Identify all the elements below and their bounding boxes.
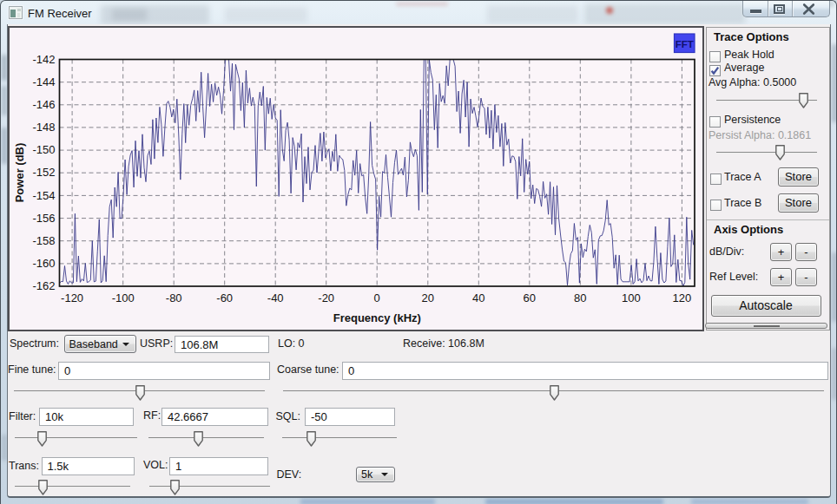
svg-text:-156: -156: [32, 212, 55, 225]
svg-text:-152: -152: [32, 166, 55, 179]
svg-text:-162: -162: [32, 279, 55, 292]
svg-text:-160: -160: [32, 257, 55, 270]
svg-text:-100: -100: [112, 291, 135, 304]
svg-text:-158: -158: [32, 234, 55, 247]
svg-text:-150: -150: [32, 143, 55, 156]
svg-text:-146: -146: [32, 98, 55, 111]
svg-text:-80: -80: [166, 291, 182, 304]
svg-text:60: 60: [524, 291, 536, 304]
svg-text:40: 40: [472, 291, 484, 304]
svg-text:FFT: FFT: [676, 39, 694, 49]
svg-text:Power (dB): Power (dB): [13, 143, 26, 203]
svg-text:-40: -40: [267, 291, 284, 304]
svg-text:-144: -144: [32, 75, 55, 88]
svg-text:0: 0: [374, 291, 380, 304]
svg-text:-148: -148: [32, 121, 55, 134]
svg-text:Frequency (kHz): Frequency (kHz): [333, 311, 421, 324]
svg-text:120: 120: [673, 291, 692, 304]
svg-text:20: 20: [422, 291, 434, 304]
svg-text:-154: -154: [32, 189, 55, 202]
svg-text:-20: -20: [318, 291, 334, 304]
svg-text:-142: -142: [32, 53, 55, 66]
svg-text:-120: -120: [61, 291, 83, 304]
svg-text:100: 100: [622, 291, 641, 304]
svg-text:80: 80: [574, 291, 586, 304]
svg-text:-60: -60: [216, 291, 233, 304]
